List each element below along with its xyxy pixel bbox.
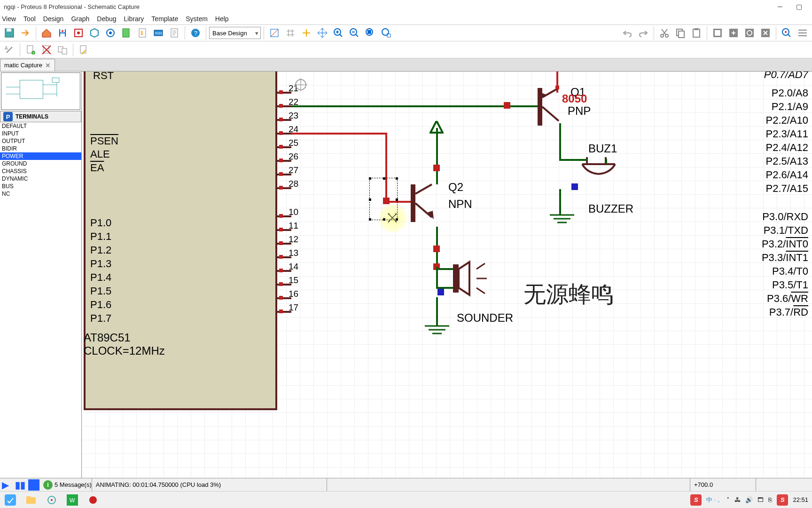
windows-taskbar[interactable]: W S 中 ·， ˄ 🖧 🔊 🗔 ⎘ S 22:51 — [0, 491, 812, 508]
list-item[interactable]: DEFAULT — [0, 122, 81, 130]
align-icon[interactable] — [795, 25, 810, 40]
tab-close-icon[interactable]: ✕ — [45, 62, 51, 69]
code-icon[interactable]: 0101 — [151, 25, 166, 40]
menu-debug[interactable]: Debug — [97, 15, 116, 23]
bom-icon[interactable]: $ — [135, 25, 150, 40]
redo-icon[interactable] — [636, 25, 651, 40]
volume-icon[interactable]: 🔊 — [745, 496, 753, 503]
list-item[interactable]: GROUND — [0, 160, 81, 167]
block-copy-icon[interactable] — [710, 25, 725, 40]
block-delete-icon[interactable] — [758, 25, 773, 40]
list-item[interactable]: INPUT — [0, 130, 81, 137]
sounder-component[interactable] — [451, 260, 502, 297]
list-item-selected[interactable]: POWER — [0, 152, 81, 160]
play-button[interactable]: ▶ — [2, 479, 13, 491]
3d-icon[interactable] — [87, 25, 102, 40]
stop-button[interactable] — [28, 479, 39, 491]
tray-up-icon[interactable]: ˄ — [726, 496, 730, 503]
zoom-area-icon[interactable] — [379, 25, 394, 40]
menu-tool[interactable]: Tool — [23, 15, 36, 23]
sogou-ime-icon2[interactable]: S — [777, 494, 788, 506]
schematic-canvas[interactable]: RST P0.7/AD7 PSEN ALE EA P1.0 P1.1 P1.2 … — [82, 71, 812, 478]
pcb-icon[interactable] — [71, 25, 86, 40]
list-item[interactable]: BUS — [0, 183, 81, 190]
sogou-ime-icon[interactable]: S — [690, 494, 702, 506]
q1-type: PNP — [568, 104, 591, 118]
redraw-icon[interactable] — [267, 25, 282, 40]
menu-graph[interactable]: Graph — [71, 15, 89, 23]
proteus-icon[interactable] — [45, 493, 58, 507]
zoom-all-icon[interactable] — [363, 25, 378, 40]
pause-button[interactable]: ▮▮ — [15, 479, 26, 491]
svg-rect-50 — [26, 496, 31, 498]
paste-icon[interactable] — [689, 25, 704, 40]
info-icon[interactable]: i — [43, 480, 53, 490]
terminals-list[interactable]: DEFAULT INPUT OUTPUT BIDIR POWER GROUND … — [0, 122, 81, 478]
svg-text:W: W — [70, 497, 75, 504]
tab-label: matic Capture — [4, 62, 42, 69]
tab-schematic[interactable]: matic Capture ✕ — [0, 59, 55, 71]
block-rotate-icon[interactable] — [742, 25, 757, 40]
app4-icon[interactable]: W — [66, 493, 79, 507]
list-item[interactable]: BIDIR — [0, 145, 81, 152]
pin-label: P2.0/A8 — [223, 87, 808, 99]
goto-sheet-icon[interactable] — [55, 42, 70, 57]
message-count[interactable]: 5 Message(s) — [55, 481, 92, 488]
minimize-button[interactable]: ─ — [771, 0, 789, 13]
notes-icon[interactable] — [167, 25, 182, 40]
schematic-icon[interactable] — [55, 25, 70, 40]
network-icon[interactable]: 🖧 — [734, 496, 741, 503]
list-item[interactable]: NC — [0, 190, 81, 198]
grid-icon[interactable] — [283, 25, 298, 40]
menu-view[interactable]: View — [2, 15, 16, 23]
record-icon[interactable] — [86, 493, 100, 507]
buzzer-component[interactable] — [580, 157, 617, 199]
copy-icon[interactable] — [673, 25, 688, 40]
main-toolbar: $ 0101 ? Base Design — [0, 24, 812, 41]
svg-rect-45 — [52, 78, 59, 83]
app1-icon[interactable] — [4, 493, 17, 507]
sidebar: P TERMINALS DEFAULT INPUT OUTPUT BIDIR P… — [0, 71, 82, 478]
clock[interactable]: 22:51 — [793, 496, 808, 503]
menu-system[interactable]: System — [186, 15, 208, 23]
tray-ext-icon[interactable]: ⎘ — [768, 496, 772, 503]
menu-template[interactable]: Template — [151, 15, 178, 23]
maximize-button[interactable]: ▢ — [789, 0, 808, 13]
schematic-preview[interactable] — [1, 72, 80, 110]
cut-icon[interactable] — [657, 25, 672, 40]
tray-bt-icon[interactable]: 🗔 — [757, 496, 764, 503]
explorer-icon[interactable] — [24, 493, 38, 507]
pan-icon[interactable] — [315, 25, 330, 40]
pick-icon[interactable] — [779, 25, 794, 40]
select-mode-icon[interactable]: A — [2, 42, 17, 57]
menu-design[interactable]: Design — [43, 15, 64, 23]
zoom-sheet-icon[interactable] — [76, 42, 91, 57]
zoom-out-icon[interactable] — [347, 25, 362, 40]
home-icon[interactable] — [39, 25, 54, 40]
svg-rect-7 — [123, 29, 129, 37]
list-item[interactable]: DYNAMIC — [0, 175, 81, 183]
list-item[interactable]: CHASSIS — [0, 167, 81, 175]
pin-label: P1.4 — [90, 271, 111, 284]
block-move-icon[interactable] — [726, 25, 741, 40]
title-bar: ngqi - Proteus 8 Professional - Schemati… — [0, 0, 812, 13]
p-icon[interactable]: P — [3, 112, 13, 121]
undo-icon[interactable] — [620, 25, 635, 40]
list-item[interactable]: OUTPUT — [0, 137, 81, 145]
close-project-icon[interactable] — [18, 25, 33, 40]
save-icon[interactable] — [2, 25, 17, 40]
help-icon[interactable]: ? — [188, 25, 203, 40]
gerber-icon[interactable] — [103, 25, 118, 40]
menu-help[interactable]: Help — [215, 15, 229, 23]
design-variant-combo[interactable]: Base Design — [209, 27, 261, 39]
design-explorer-icon[interactable] — [119, 25, 134, 40]
origin-icon[interactable] — [299, 25, 314, 40]
menu-library[interactable]: Library — [124, 15, 144, 23]
svg-rect-44 — [20, 80, 43, 98]
delete-sheet-icon[interactable] — [39, 42, 54, 57]
zoom-in-icon[interactable] — [331, 25, 346, 40]
pin-label: P3.5/T1 — [223, 279, 808, 291]
ime-status[interactable]: 中 ·， — [706, 496, 722, 504]
new-sheet-icon[interactable]: + — [23, 42, 38, 57]
q2-ref: Q2 — [448, 181, 463, 194]
